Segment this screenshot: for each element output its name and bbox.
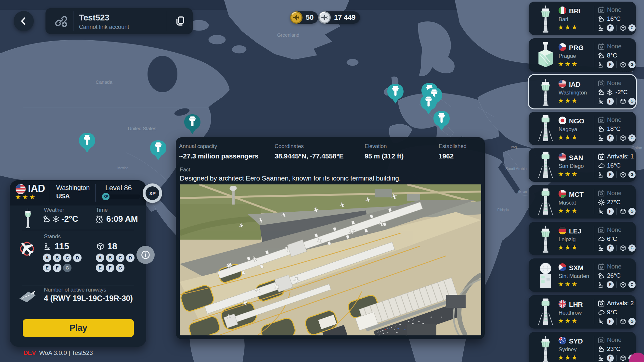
map-label: Greenland [277, 32, 299, 38]
weather-cloud-icon [598, 309, 605, 316]
map-label: Iraq [511, 145, 517, 149]
cargo-box-icon [620, 281, 626, 288]
play-button[interactable]: Play [23, 319, 134, 337]
weather-row: 9°C [598, 308, 617, 316]
silver-currency-pill[interactable]: 17 449 [318, 11, 360, 24]
star-rating: ★★★ [558, 317, 578, 325]
arrivals-calendar-icon [598, 226, 605, 234]
divider [594, 153, 594, 178]
temperature: 27°C [607, 199, 621, 206]
stand-categories-row: F G [598, 318, 636, 325]
airport-city: Bari [559, 16, 568, 23]
weather-row: -2°C [598, 88, 627, 96]
level-label: Level 86 [105, 184, 132, 192]
airport-card-lej[interactable]: LEJ Leipzig ★★★ None 6°C F G [529, 222, 636, 255]
account-link-status: Cannot link account [79, 24, 129, 31]
control-tower-illustration [534, 260, 557, 290]
info-button[interactable] [136, 246, 155, 264]
temperature: 6°C [607, 235, 617, 243]
divider [594, 189, 594, 214]
weather-cloud-icon [598, 235, 605, 243]
weather-label: Weather [44, 207, 64, 213]
airport-card-ngo[interactable]: NGO Nagoya ★★★ None 18°C F G [529, 112, 636, 145]
weather-row: 16°C [598, 15, 621, 23]
fact-label: Fact [180, 167, 190, 173]
star-rating: ★★★ [558, 280, 578, 288]
weather-icons [598, 52, 605, 59]
weather-icons [598, 125, 605, 133]
weather-partly-icon [598, 272, 605, 280]
airport-code: MCT [569, 191, 584, 198]
xp-button[interactable]: XP [143, 183, 162, 203]
control-tower-illustration [534, 4, 557, 33]
airport-code: LEJ [569, 227, 581, 235]
airport-card-lhr[interactable]: LHR Heathrow ★★★ Arrivals: 2 9°C F G [529, 295, 636, 329]
star-rating: ★★★ [15, 193, 36, 201]
stand-categories-row: F G [598, 134, 636, 142]
map-label: Ethiopia [497, 208, 509, 212]
stand-category-badge: D [73, 254, 82, 262]
passenger-stand-categories: ABCDEFG [43, 254, 85, 272]
passenger-seat-icon [43, 242, 52, 251]
divider [73, 11, 73, 31]
airport-panel-header: IAD ★★★ Washington USA Level 86 XP [10, 180, 146, 206]
back-button[interactable] [14, 11, 34, 31]
copy-icon[interactable] [174, 15, 186, 27]
control-tower-illustration [534, 40, 557, 70]
runways-label: Number of active runways [44, 287, 106, 293]
divider [594, 43, 594, 68]
arrivals-row: None [598, 263, 622, 270]
stand-category-badge: E [96, 264, 104, 272]
arrivals-row: None [598, 189, 622, 197]
stands-label: Stands [44, 233, 61, 240]
stand-category-badge: A [43, 254, 51, 262]
control-tower-illustration [534, 334, 557, 362]
airport-card-sxm[interactable]: SXM Sint Maarten ★★★ None 26°C F C [529, 258, 636, 292]
weather-icons [42, 215, 60, 223]
weather-icons [598, 199, 605, 206]
stand-categories-row: F G [598, 171, 636, 179]
gold-currency-pill[interactable]: 50 [290, 11, 318, 24]
time-label: Time [96, 207, 108, 213]
map-label: United States [128, 126, 156, 131]
runways-value: 4 (RWY 19L-19C-19R-30) [44, 294, 133, 303]
airport-code: IAD [569, 81, 581, 88]
cargo-stand-category-badge: G [628, 208, 636, 215]
account-card[interactable]: Test523 Cannot link account [45, 8, 193, 34]
country-flag-icon [559, 80, 566, 88]
divider [594, 79, 594, 104]
airport-card-iad[interactable]: IAD Washington ★★★ None -2°C F G [529, 75, 636, 108]
arrivals-row: Arrivals: 2 [598, 299, 634, 307]
arrivals-calendar-icon [598, 43, 605, 50]
airport-code: NGO [569, 117, 584, 125]
divider [95, 184, 96, 202]
passenger-seat-icon [598, 98, 605, 105]
airport-city: Sint Maarten [559, 273, 589, 280]
airport-city: Washington [56, 184, 90, 192]
stand-category-badge: A [96, 254, 104, 262]
arrivals-status: None [607, 263, 622, 270]
temperature: 16°C [607, 162, 621, 169]
country-flag-icon [559, 117, 566, 124]
airport-city: Muscat [559, 200, 576, 206]
airport-code: SXM [569, 264, 584, 272]
weather-icons [598, 162, 605, 169]
airport-card-san[interactable]: SAN San Diego ★★★ Arrivals: 1 16°C F G [529, 148, 636, 182]
cargo-stand-category-badge: C [628, 281, 636, 288]
country-flag-icon [559, 300, 566, 308]
stand-categories-row: F C [598, 281, 636, 289]
passenger-seat-icon [598, 318, 605, 325]
arrivals-row: None [598, 116, 622, 124]
weather-row: 27°C [598, 198, 621, 206]
airport-card-mct[interactable]: MCT Muscat ★★★ None 27°C F G [529, 185, 636, 218]
chevron-left-icon [19, 16, 29, 26]
airport-card-prg[interactable]: PRG Prague ★★★ None 8°C F G [529, 38, 636, 72]
alarm-clock-icon [95, 215, 104, 224]
airport-card-syd[interactable]: SYD Sydney ★★★ None 23°C F G [529, 332, 636, 362]
stand-category-badge: E [43, 264, 51, 272]
temperature: 9°C [607, 309, 617, 316]
weather-partly-icon [598, 89, 605, 96]
cargo-stand-category-badge: G [628, 171, 636, 178]
stat-value: 38.9445°N, -77.4558°E [275, 152, 343, 160]
airport-card-bri[interactable]: BRI Bari ★★★ None 16°C E C [529, 2, 636, 35]
